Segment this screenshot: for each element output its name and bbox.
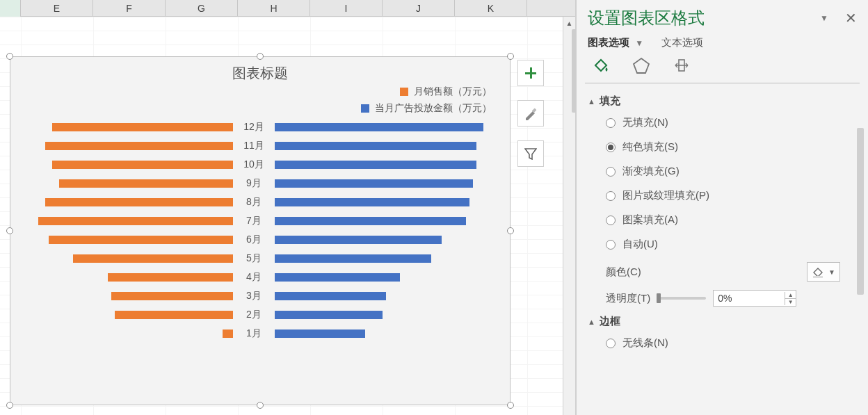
scroll-track[interactable] — [855, 128, 865, 408]
radio-icon — [606, 191, 616, 201]
svg-marker-3 — [634, 58, 649, 73]
pane-vertical-scrollbar[interactable] — [855, 128, 865, 408]
sheet-vertical-scrollbar[interactable]: ▲ — [563, 17, 575, 415]
bar-left-container — [24, 211, 233, 230]
bar-series1[interactable] — [52, 161, 233, 169]
scroll-up-icon[interactable]: ▲ — [563, 17, 576, 29]
size-icon — [673, 56, 691, 74]
bar-series2[interactable] — [275, 292, 386, 300]
bar-series2[interactable] — [275, 123, 483, 131]
pane-close-button[interactable]: ✕ — [845, 10, 857, 26]
transparency-input[interactable]: 0% ▲ ▼ — [713, 290, 796, 307]
chart-filter-button[interactable] — [517, 140, 544, 167]
category-label: 7月 — [233, 215, 275, 227]
radio-solid-fill[interactable]: 纯色填充(S) — [606, 140, 861, 154]
scroll-thumb[interactable] — [857, 128, 864, 295]
column-header[interactable]: H — [238, 0, 310, 17]
resize-handle[interactable] — [6, 402, 13, 409]
bar-series1[interactable] — [108, 273, 233, 282]
size-properties-category-button[interactable] — [671, 55, 692, 76]
bar-series1[interactable] — [73, 254, 233, 263]
column-header[interactable]: G — [166, 0, 238, 17]
resize-handle[interactable] — [6, 227, 13, 234]
effects-category-button[interactable] — [631, 55, 652, 76]
sheet-body[interactable]: 图表标题 月销售额（万元） 当月广告投放金额（万元） 12月11月10月9月8月… — [0, 17, 575, 415]
bar-series2[interactable] — [275, 311, 383, 319]
chart-title[interactable]: 图表标题 — [10, 57, 510, 86]
transparency-slider[interactable] — [657, 297, 706, 300]
category-label: 3月 — [233, 290, 275, 302]
paint-bucket-icon — [591, 56, 611, 75]
radio-label: 图案填充(A) — [622, 213, 678, 227]
radio-gradient-fill[interactable]: 渐变填充(G) — [606, 165, 861, 178]
transparency-value: 0% — [714, 293, 785, 304]
color-picker-button[interactable]: ▼ — [807, 262, 840, 282]
radio-no-line[interactable]: 无线条(N) — [606, 336, 861, 350]
bar-series2[interactable] — [275, 273, 400, 282]
radio-label: 渐变填充(G) — [622, 165, 680, 178]
bar-series2[interactable] — [275, 236, 442, 244]
resize-handle[interactable] — [257, 402, 264, 409]
column-header[interactable]: E — [21, 0, 93, 17]
legend-item[interactable]: 当月广告投放金额（万元） — [361, 102, 492, 115]
bar-right-container — [275, 193, 483, 211]
bar-series1[interactable] — [115, 311, 233, 319]
spin-up-icon[interactable]: ▲ — [785, 292, 796, 299]
tab-text-options[interactable]: 文本选项 — [661, 36, 703, 49]
column-header-blank[interactable] — [0, 0, 21, 17]
column-header[interactable]: I — [310, 0, 383, 17]
bar-row: 5月 — [24, 249, 496, 268]
bar-series2[interactable] — [275, 198, 469, 206]
category-label: 1月 — [233, 327, 275, 340]
pane-menu-button[interactable]: ▼ — [820, 13, 828, 23]
bar-series1[interactable] — [111, 292, 233, 300]
spin-down-icon[interactable]: ▼ — [785, 299, 796, 305]
section-border-header[interactable]: ▲ 边框 — [588, 315, 861, 328]
legend-item[interactable]: 月销售额（万元） — [400, 86, 492, 98]
section-fill-header[interactable]: ▲ 填充 — [588, 95, 861, 108]
chart-plot-area[interactable]: 12月11月10月9月8月7月6月5月4月3月2月1月 — [24, 117, 496, 343]
fill-line-category-button[interactable] — [590, 55, 611, 76]
bar-series2[interactable] — [275, 217, 466, 225]
bar-right-container — [275, 305, 483, 324]
bar-series2[interactable] — [275, 329, 365, 338]
bar-series2[interactable] — [275, 179, 473, 188]
plus-icon — [524, 67, 537, 79]
pane-category-icons — [577, 49, 868, 81]
bar-series1[interactable] — [223, 329, 233, 338]
tab-chart-options[interactable]: 图表选项 ▼ — [588, 36, 643, 49]
bar-series1[interactable] — [59, 179, 233, 188]
chart-add-element-button[interactable] — [517, 60, 544, 86]
resize-handle[interactable] — [507, 53, 514, 60]
spinner[interactable]: ▲ ▼ — [785, 292, 796, 305]
radio-picture-fill[interactable]: 图片或纹理填充(P) — [606, 189, 861, 202]
chart-object[interactable]: 图表标题 月销售额（万元） 当月广告投放金额（万元） 12月11月10月9月8月… — [10, 56, 511, 405]
bar-series2[interactable] — [275, 161, 476, 169]
radio-pattern-fill[interactable]: 图案填充(A) — [606, 213, 861, 227]
radio-auto-fill[interactable]: 自动(U) — [606, 238, 861, 251]
resize-handle[interactable] — [507, 227, 514, 234]
column-header[interactable]: J — [383, 0, 455, 17]
resize-handle[interactable] — [6, 53, 13, 60]
bar-series2[interactable] — [275, 254, 431, 263]
bar-series2[interactable] — [275, 142, 476, 150]
bar-series1[interactable] — [52, 123, 233, 131]
resize-handle[interactable] — [257, 53, 264, 60]
radio-label: 自动(U) — [622, 238, 658, 251]
chart-legend[interactable]: 月销售额（万元） 当月广告投放金额（万元） — [10, 86, 510, 115]
radio-icon — [606, 143, 616, 152]
column-header[interactable]: K — [455, 0, 527, 17]
category-label: 4月 — [233, 271, 275, 284]
bar-series1[interactable] — [45, 142, 233, 150]
bar-right-container — [275, 211, 483, 230]
bar-series1[interactable] — [45, 198, 233, 206]
radio-icon — [606, 215, 616, 225]
chart-styles-button[interactable] — [517, 100, 544, 127]
resize-handle[interactable] — [507, 402, 514, 409]
bar-series1[interactable] — [49, 236, 233, 244]
radio-no-fill[interactable]: 无填充(N) — [606, 116, 861, 129]
bar-row: 12月 — [24, 117, 496, 136]
bar-left-container — [24, 268, 233, 286]
bar-series1[interactable] — [38, 217, 233, 225]
column-header[interactable]: F — [93, 0, 166, 17]
